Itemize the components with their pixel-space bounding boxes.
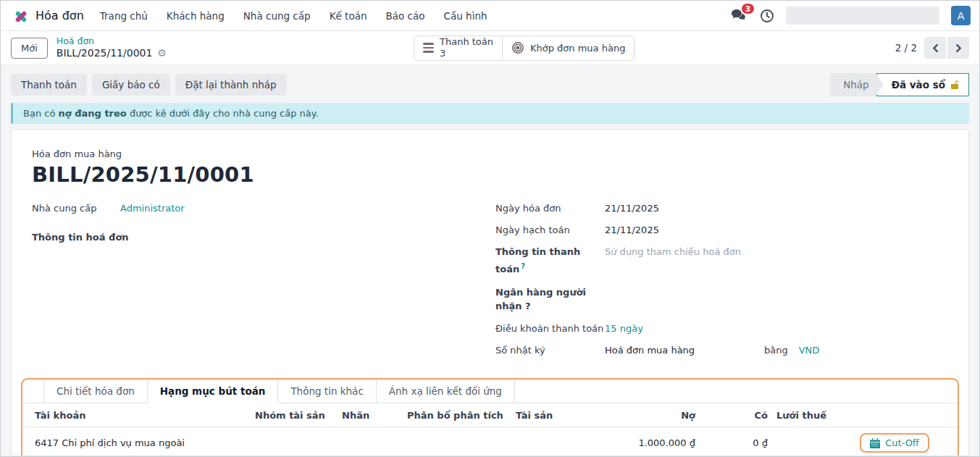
gear-icon[interactable]: ⚙ bbox=[157, 47, 167, 60]
form-fields: Nhà cung cấp Administrator Thông tin hoá… bbox=[26, 201, 954, 365]
banner-text-suffix: được kê dưới đây cho nhà cung cấp này. bbox=[127, 108, 319, 119]
cell-credit[interactable]: 0 ₫ bbox=[700, 427, 772, 456]
status-step-posted[interactable]: Đã vào sổ bbox=[876, 73, 969, 96]
bill-info-label: Thông tin hoá đơn bbox=[32, 232, 495, 243]
table-header-row: Tài khoản Nhóm tài sản Nhãn Phân bổ phân… bbox=[22, 403, 959, 427]
app-logo-icon[interactable] bbox=[12, 8, 28, 24]
app-window: Hóa đơn Trang chủ Khách hàng Nhà cung cấ… bbox=[0, 0, 980, 457]
cell-analytic[interactable] bbox=[403, 427, 511, 456]
new-button[interactable]: Mới bbox=[11, 38, 48, 59]
statusbar: Nháp Đã vào sổ bbox=[830, 73, 969, 96]
vendor-link[interactable]: Administrator bbox=[120, 201, 185, 216]
cell-debit[interactable]: 1.000.000 ₫ bbox=[604, 427, 700, 456]
form-left-column: Nhà cung cấp Administrator Thông tin hoá… bbox=[32, 201, 495, 365]
outstanding-debits-banner: Bạn có nợ đang treo được kê dưới đây cho… bbox=[11, 103, 969, 124]
payment-terms-label: Điều khoản thanh toán bbox=[495, 322, 605, 336]
tab-counterpart-mapping[interactable]: Ánh xạ liên kết đối ứng bbox=[377, 380, 515, 403]
invoice-date-value: 21/11/2025 bbox=[605, 201, 659, 216]
invoice-date-label: Ngày hóa đơn bbox=[495, 201, 605, 216]
vendor-label: Nhà cung cấp bbox=[32, 201, 120, 216]
user-avatar[interactable]: A bbox=[951, 6, 971, 25]
credit-note-button[interactable]: Giấy báo có bbox=[92, 74, 170, 96]
cell-label[interactable] bbox=[338, 427, 403, 456]
col-header-credit[interactable]: Có bbox=[700, 403, 772, 427]
cutoff-button[interactable]: Cut-Off bbox=[860, 433, 929, 453]
currency-link[interactable]: VND bbox=[799, 343, 820, 358]
breadcrumb-parent[interactable]: Hoá đơn bbox=[56, 35, 167, 47]
status-step-draft[interactable]: Nháp bbox=[830, 73, 884, 96]
systray: 3 A bbox=[731, 6, 971, 25]
col-header-asset[interactable]: Tài sản bbox=[511, 403, 604, 427]
breadcrumb: Hoá đơn BILL/2025/11/0001 ⚙ bbox=[56, 35, 167, 59]
activities-clock-icon[interactable] bbox=[760, 9, 774, 23]
pager-next-button[interactable] bbox=[947, 37, 969, 59]
tab-bar: Chi tiết hóa đơn Hạng mục bút toán Thông… bbox=[22, 380, 958, 403]
cell-account[interactable]: 6417 Chi phí dịch vụ mua ngoài bbox=[22, 427, 251, 456]
recipient-bank-label: Ngân hàng người nhận ? bbox=[495, 284, 605, 314]
payments-stat-count: 3 bbox=[440, 48, 493, 59]
menu-item-vendors[interactable]: Nhà cung cấp bbox=[243, 10, 311, 22]
menu-item-accounting[interactable]: Kế toán bbox=[330, 10, 367, 22]
col-header-analytic[interactable]: Phân bổ phân tích bbox=[403, 403, 511, 427]
cell-asset-group[interactable] bbox=[251, 427, 338, 456]
recipient-bank-label-text: Ngân hàng người nhận bbox=[495, 287, 586, 311]
pager-count: 2 / 2 bbox=[895, 42, 917, 54]
payments-stat-button[interactable]: Thanh toán 3 bbox=[414, 36, 502, 60]
menu-item-reports[interactable]: Báo cáo bbox=[385, 10, 424, 22]
menu-item-home[interactable]: Trang chủ bbox=[100, 10, 148, 22]
col-header-asset-group[interactable]: Nhóm tài sản bbox=[251, 403, 338, 427]
control-panel: Mới Hoá đơn BILL/2025/11/0001 ⚙ Thanh to… bbox=[1, 31, 979, 65]
help-icon[interactable]: ? bbox=[525, 301, 531, 311]
payment-terms-link[interactable]: 15 ngày bbox=[605, 322, 643, 336]
tab-other-info[interactable]: Thông tin khác bbox=[278, 380, 376, 403]
cell-asset[interactable] bbox=[511, 427, 604, 456]
pay-button[interactable]: Thanh toán bbox=[11, 74, 87, 96]
action-row: Thanh toán Giấy báo có Đặt lại thành nhá… bbox=[1, 65, 979, 103]
reset-to-draft-button[interactable]: Đặt lại thành nháp bbox=[175, 74, 287, 96]
table-row[interactable]: 6417 Chi phí dịch vụ mua ngoài 1.000.000… bbox=[22, 427, 959, 456]
list-icon bbox=[423, 43, 434, 53]
col-header-button bbox=[829, 403, 959, 427]
main-menu: Trang chủ Khách hàng Nhà cung cấp Kế toá… bbox=[100, 10, 487, 22]
banner-bold-text: nợ đang treo bbox=[59, 108, 127, 119]
unlock-icon bbox=[950, 80, 960, 90]
po-matching-label: Khớp đơn mua hàng bbox=[530, 43, 625, 54]
messages-badge: 3 bbox=[742, 4, 754, 14]
col-header-debit[interactable]: Nợ bbox=[604, 403, 700, 427]
calendar-icon bbox=[870, 438, 880, 448]
pager-previous-button[interactable] bbox=[924, 37, 946, 59]
col-header-tax-grids[interactable]: Lưới thuế bbox=[772, 403, 829, 427]
menu-item-customers[interactable]: Khách hàng bbox=[167, 10, 225, 22]
col-header-label[interactable]: Nhãn bbox=[338, 403, 403, 427]
journal-label: Sổ nhật ký bbox=[495, 343, 605, 358]
stat-buttons: Thanh toán 3 Khớp đơn mua hàng bbox=[414, 35, 635, 61]
form-sheet: Hóa đơn mua hàng BILL/2025/11/0001 Nhà c… bbox=[11, 129, 969, 456]
po-matching-button[interactable]: Khớp đơn mua hàng bbox=[502, 36, 634, 60]
cell-tax-grids[interactable] bbox=[772, 427, 829, 456]
page-title: BILL/2025/11/0001 bbox=[32, 162, 954, 187]
top-nav: Hóa đơn Trang chủ Khách hàng Nhà cung cấ… bbox=[1, 1, 979, 31]
user-name-redacted[interactable] bbox=[786, 7, 939, 25]
tab-spacer bbox=[22, 380, 44, 403]
cell-cutoff: Cut-Off bbox=[829, 427, 959, 456]
tab-journal-items[interactable]: Hạng mục bút toán bbox=[148, 380, 279, 403]
messages-icon[interactable]: 3 bbox=[731, 8, 748, 24]
payment-reference-label: Thông tin thanh toán? bbox=[495, 245, 605, 277]
target-icon bbox=[511, 41, 524, 54]
payments-stat-label: Thanh toán bbox=[440, 36, 493, 48]
pager: 2 / 2 bbox=[895, 37, 969, 59]
banner-text: Bạn có bbox=[23, 108, 59, 119]
form-right-column: Ngày hóa đơn 21/11/2025 Ngày hạch toán 2… bbox=[495, 201, 954, 365]
document-type-label: Hóa đơn mua hàng bbox=[32, 148, 954, 159]
payment-reference-placeholder: Sử dụng tham chiếu hoá đơn bbox=[605, 245, 741, 277]
status-posted-label: Đã vào sổ bbox=[892, 79, 945, 91]
accounting-date-value: 21/11/2025 bbox=[605, 223, 659, 238]
col-header-account[interactable]: Tài khoản bbox=[22, 403, 251, 427]
help-icon[interactable]: ? bbox=[521, 262, 525, 270]
app-name[interactable]: Hóa đơn bbox=[35, 9, 84, 22]
journal-items-table: Tài khoản Nhóm tài sản Nhãn Phân bổ phân… bbox=[22, 403, 959, 456]
menu-item-config[interactable]: Cấu hình bbox=[444, 10, 487, 22]
cutoff-button-label: Cut-Off bbox=[885, 437, 919, 448]
payment-reference-label-text: Thông tin thanh toán bbox=[495, 246, 580, 274]
tab-invoice-lines[interactable]: Chi tiết hóa đơn bbox=[44, 380, 148, 403]
